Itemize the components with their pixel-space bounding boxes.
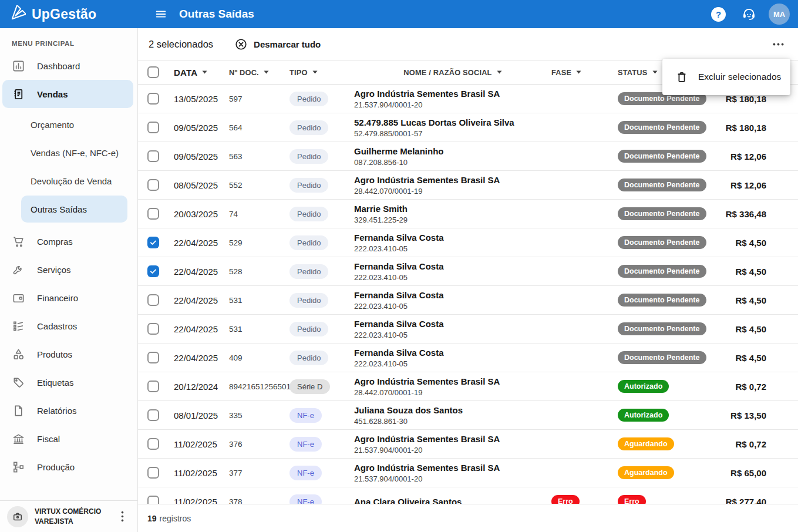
sort-arrow-icon	[312, 70, 318, 74]
table-row[interactable]: 22/04/2025529PedidoFernanda Silva Costa2…	[138, 228, 798, 257]
table-row[interactable]: 22/04/2025531PedidoFernanda Silva Costa2…	[138, 286, 798, 315]
sidebar-item-producao[interactable]: Produção	[0, 453, 137, 481]
cart-icon	[12, 235, 25, 248]
table-row[interactable]: 22/04/2025531PedidoFernanda Silva Costa2…	[138, 315, 798, 344]
row-date: 22/04/2025	[171, 324, 227, 334]
sidebar-item-label: Compras	[37, 237, 73, 247]
row-checkbox[interactable]	[147, 265, 159, 277]
column-header-tipo[interactable]: TIPO	[287, 68, 343, 77]
help-button[interactable]: ?	[711, 7, 726, 22]
row-name-cell: Fernanda Silva Costa222.023.410-05	[343, 290, 551, 311]
row-checkbox[interactable]	[147, 122, 159, 133]
subitem-label: Devolução de Venda	[31, 176, 112, 186]
column-header-doc[interactable]: Nº DOC.	[227, 68, 287, 77]
row-checkbox[interactable]	[147, 323, 159, 335]
row-checkbox[interactable]	[147, 352, 159, 363]
table-row[interactable]: 22/04/2025409PedidoFernanda Silva Costa2…	[138, 344, 798, 372]
sidebar-item-compras[interactable]: Compras	[0, 227, 137, 255]
column-header-data[interactable]: DATA	[171, 68, 227, 78]
row-checkbox[interactable]	[147, 496, 159, 504]
sidebar-subitem-orcamento[interactable]: Orçamento	[0, 110, 137, 139]
sidebar-subitem-outras-saidas[interactable]: Outras Saídas	[21, 196, 127, 223]
row-checkbox-cell	[138, 122, 171, 133]
sidebar-subitem-devolucao[interactable]: Devolução de Venda	[0, 167, 137, 195]
row-status-cell: Documento Pendente	[616, 265, 695, 278]
row-document-number: 222.023.410-05	[354, 302, 408, 311]
row-value: R$ 4,50	[695, 267, 798, 277]
delete-selected-menu-item[interactable]: Excluir selecionados	[662, 59, 790, 95]
sidebar-item-relatorios[interactable]: Relatórios	[0, 396, 137, 425]
table-row[interactable]: 09/05/2025563PedidoGuilherme Melaninho08…	[138, 142, 798, 171]
table-row[interactable]: 22/04/2025528PedidoFernanda Silva Costa2…	[138, 257, 798, 286]
sidebar-item-label: Serviços	[37, 265, 71, 275]
row-name-cell: Fernanda Silva Costa222.023.410-05	[343, 348, 551, 368]
table-row[interactable]: 11/02/2025376NF-eAgro Indústria Sementes…	[138, 430, 798, 459]
row-date: 09/05/2025	[171, 151, 227, 161]
tipo-badge: Pedido	[289, 322, 328, 336]
table-row[interactable]: 09/05/2025564Pedido52.479.885 Lucas Dort…	[138, 113, 798, 142]
organization-switcher[interactable]: VIRTUX COMÉRCIO VAREJISTA	[0, 500, 137, 532]
sidebar: MENU PRINCIPAL Dashboard Vendas Orçament…	[0, 28, 138, 532]
row-name: Fernanda Silva Costa	[354, 261, 444, 271]
table-row[interactable]: 11/02/2025377NF-eAgro Indústria Sementes…	[138, 459, 798, 487]
sidebar-item-fiscal[interactable]: Fiscal	[0, 425, 137, 453]
user-avatar[interactable]: MA	[769, 4, 790, 25]
row-checkbox[interactable]	[147, 208, 159, 220]
row-checkbox[interactable]	[147, 467, 159, 479]
row-checkbox[interactable]	[147, 179, 159, 191]
status-badge: Documento Pendente	[618, 265, 706, 278]
table-row[interactable]: 08/05/2025552PedidoAgro Indústria Sement…	[138, 171, 798, 200]
select-all-checkbox[interactable]	[147, 66, 159, 78]
row-checkbox[interactable]	[147, 93, 159, 105]
sidebar-item-produtos[interactable]: Produtos	[0, 340, 137, 368]
status-badge: Erro	[618, 495, 646, 504]
sidebar-item-cadastros[interactable]: Cadastros	[0, 312, 137, 340]
selected-count: 2 selecionados	[149, 39, 213, 50]
row-checkbox-cell	[138, 237, 171, 248]
row-status-cell: Documento Pendente	[616, 121, 695, 134]
row-doc-number: 564	[227, 123, 287, 132]
organization-menu-button[interactable]	[114, 509, 130, 525]
row-checkbox[interactable]	[147, 294, 159, 306]
more-actions-button[interactable]	[773, 43, 784, 46]
row-checkbox[interactable]	[147, 438, 159, 450]
table-row[interactable]: 11/02/2025378NF-eAna Clara Oliveira Sant…	[138, 487, 798, 504]
sidebar-item-label: Etiquetas	[37, 378, 74, 388]
row-checkbox[interactable]	[147, 381, 159, 392]
sort-arrow-icon	[652, 70, 658, 74]
row-doc-number: 552	[227, 181, 287, 190]
row-checkbox[interactable]	[147, 150, 159, 162]
sidebar-item-vendas[interactable]: Vendas	[2, 80, 133, 108]
tag-icon	[12, 376, 25, 389]
menu-toggle-button[interactable]	[154, 8, 167, 21]
tipo-badge: NF-e	[289, 494, 322, 504]
sidebar-item-etiquetas[interactable]: Etiquetas	[0, 368, 137, 396]
deselect-all-button[interactable]: Desmarcar tudo	[234, 38, 321, 51]
row-status-cell: Documento Pendente	[616, 236, 695, 249]
sidebar-item-financeiro[interactable]: Financeiro	[0, 284, 137, 312]
row-document-number: 21.537.904/0001-20	[354, 474, 422, 483]
row-document-number: 21.537.904/0001-20	[354, 446, 422, 454]
row-name: Agro Indústria Sementes Brasil SA	[354, 463, 500, 473]
support-button[interactable]	[741, 6, 757, 22]
row-checkbox[interactable]	[147, 409, 159, 421]
table-row[interactable]: 20/12/202489421651256501Série DAgro Indú…	[138, 372, 798, 401]
row-name: Agro Indústria Sementes Brasil SA	[354, 376, 500, 386]
row-status-cell: Documento Pendente	[616, 207, 695, 220]
sidebar-item-dashboard[interactable]: Dashboard	[0, 52, 137, 80]
table-row[interactable]: 08/01/2025335NF-eJuliana Souza dos Santo…	[138, 401, 798, 430]
sidebar-subitem-vendas-nfe[interactable]: Vendas (NF-e, NFC-e)	[0, 139, 137, 167]
row-fase-cell: Erro	[551, 495, 616, 504]
row-tipo-cell: Pedido	[287, 149, 343, 164]
row-value: R$ 180,18	[695, 94, 798, 104]
status-badge: Documento Pendente	[618, 179, 706, 191]
column-header-nome[interactable]: NOME / RAZÃO SOCIAL	[343, 68, 551, 77]
column-label: NOME / RAZÃO SOCIAL	[403, 68, 491, 77]
column-header-fase[interactable]: FASE	[551, 68, 616, 77]
sidebar-item-servicos[interactable]: Serviços	[0, 255, 137, 284]
vendas-submenu: Orçamento Vendas (NF-e, NFC-e) Devolução…	[0, 110, 137, 223]
table-row[interactable]: 20/03/202574PedidoMarrie Smith329.451.22…	[138, 200, 798, 228]
row-doc-number: 529	[227, 238, 287, 247]
row-name-cell: Fernanda Silva Costa222.023.410-05	[343, 233, 551, 253]
row-checkbox[interactable]	[147, 237, 159, 248]
